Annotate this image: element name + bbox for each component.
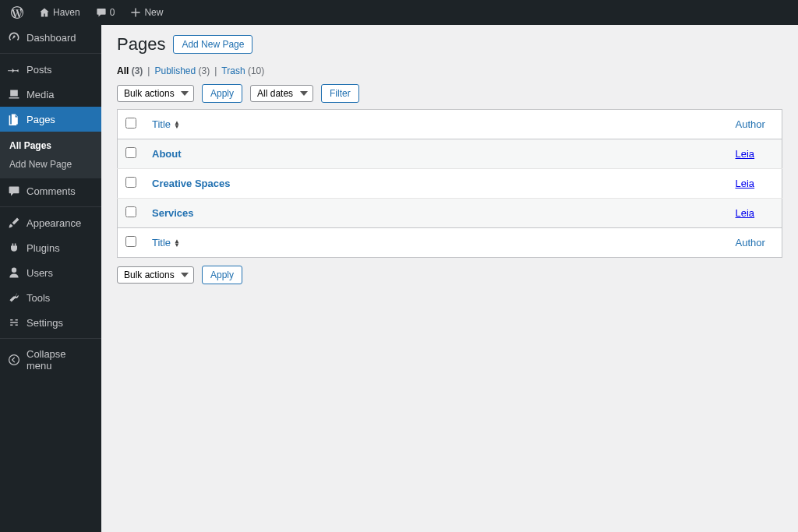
sidebar-subitem-add-new-page[interactable]: Add New Page (0, 155, 101, 174)
comments-link[interactable]: 0 (91, 0, 120, 25)
page-title-link[interactable]: Creative Spaces (152, 178, 230, 189)
brush-icon (8, 217, 20, 229)
page-title-link[interactable]: About (152, 148, 182, 160)
bulk-actions-select-top[interactable]: Bulk actions (117, 85, 194, 102)
new-link[interactable]: New (125, 0, 168, 25)
sidebar-item-comments[interactable]: Comments (0, 178, 101, 203)
select-all-checkbox-bottom[interactable] (125, 236, 136, 247)
sidebar-item-plugins[interactable]: Plugins (0, 235, 101, 260)
sidebar-item-pages[interactable]: Pages (0, 107, 101, 132)
add-new-page-button[interactable]: Add New Page (173, 35, 252, 54)
page-title: Pages (117, 34, 165, 55)
sidebar-label: Tools (26, 292, 50, 304)
sidebar-subitem-all-pages[interactable]: All Pages (0, 136, 101, 155)
author-link[interactable]: Leia (736, 178, 755, 189)
wp-logo[interactable] (6, 0, 28, 25)
sidebar-label: Dashboard (26, 32, 76, 44)
plugin-icon (8, 241, 20, 254)
filter-published[interactable]: Published (3) (154, 65, 210, 76)
comments-count: 0 (110, 7, 115, 18)
sidebar-label: Appearance (26, 217, 81, 229)
sidebar-item-users[interactable]: Users (0, 260, 101, 285)
pages-table: Title▲▼ Author About Leia Creative Space… (117, 109, 782, 258)
dates-select[interactable]: All dates (250, 85, 313, 102)
sidebar-item-appearance[interactable]: Appearance (0, 210, 101, 235)
filter-trash[interactable]: Trash (10) (221, 65, 264, 76)
column-author-header[interactable]: Author (728, 110, 782, 139)
table-row: Services Leia (118, 199, 782, 228)
collapse-icon (8, 354, 20, 366)
author-link[interactable]: Leia (736, 207, 755, 219)
sidebar-item-dashboard[interactable]: Dashboard (0, 25, 101, 50)
apply-button-bottom[interactable]: Apply (202, 266, 242, 284)
row-checkbox[interactable] (125, 147, 136, 158)
sidebar-label: Pages (26, 114, 55, 125)
settings-icon (8, 316, 20, 329)
sort-icon: ▲▼ (174, 121, 180, 129)
author-link[interactable]: Leia (736, 148, 755, 160)
page-title-link[interactable]: Services (152, 207, 194, 219)
table-row: About Leia (118, 139, 782, 169)
sidebar-item-posts[interactable]: Posts (0, 57, 101, 82)
dashboard-icon (8, 31, 20, 44)
pin-icon (8, 63, 20, 76)
collapse-menu[interactable]: Collapse menu (0, 342, 101, 378)
select-all-checkbox-top[interactable] (125, 118, 136, 129)
home-icon (39, 7, 50, 18)
column-title-header-foot[interactable]: Title▲▼ (144, 228, 728, 258)
user-icon (8, 266, 20, 279)
sidebar-label: Comments (26, 185, 76, 197)
sidebar-label: Settings (26, 317, 63, 329)
new-label: New (144, 7, 163, 18)
sidebar-label: Media (26, 89, 54, 100)
sort-icon: ▲▼ (174, 239, 180, 247)
svg-point-0 (9, 355, 19, 365)
sidebar-label: Plugins (26, 242, 60, 254)
sidebar-submenu-pages: All Pages Add New Page (0, 132, 101, 178)
filter-button[interactable]: Filter (321, 84, 359, 103)
bulk-actions-select-bottom[interactable]: Bulk actions (117, 266, 194, 284)
wordpress-icon (11, 6, 23, 19)
status-filter-links: All (3) | Published (3) | Trash (10) (117, 65, 782, 76)
admin-topbar: Haven 0 New (0, 0, 798, 25)
table-row: Creative Spaces Leia (118, 169, 782, 199)
apply-button-top[interactable]: Apply (202, 84, 242, 103)
site-name-link[interactable]: Haven (34, 0, 85, 25)
filter-all[interactable]: All (3) (117, 65, 143, 76)
main-content: Pages Add New Page All (3) | Published (… (101, 25, 798, 532)
site-name: Haven (53, 7, 80, 18)
comment-icon (8, 185, 20, 197)
pages-icon (8, 113, 20, 125)
column-author-header-foot[interactable]: Author (728, 228, 782, 258)
sidebar-label: Users (26, 267, 53, 279)
tools-icon (8, 291, 20, 304)
comment-icon (96, 7, 107, 18)
sidebar-item-media[interactable]: Media (0, 82, 101, 107)
media-icon (8, 88, 20, 100)
sidebar-item-tools[interactable]: Tools (0, 285, 101, 310)
row-checkbox[interactable] (125, 177, 136, 188)
sidebar-item-settings[interactable]: Settings (0, 310, 101, 335)
plus-icon (130, 7, 141, 18)
admin-sidebar: Dashboard Posts Media Pages All Pages Ad… (0, 25, 101, 532)
column-title-header[interactable]: Title▲▼ (144, 110, 728, 139)
sidebar-label: Posts (26, 64, 52, 76)
row-checkbox[interactable] (125, 206, 136, 217)
collapse-label: Collapse menu (26, 348, 94, 372)
